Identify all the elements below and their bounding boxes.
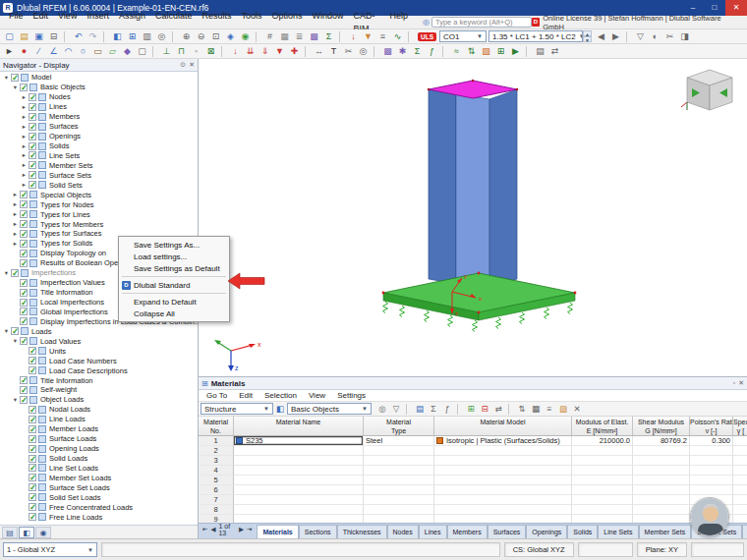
surface-support-icon[interactable]: ⊠ (203, 44, 218, 58)
cell[interactable] (633, 485, 690, 495)
open-file-icon[interactable]: ▤ (17, 29, 31, 43)
cell[interactable] (733, 476, 747, 485)
tree-item-solid-loads[interactable]: Solid Loads (0, 454, 198, 464)
tree-item-solids[interactable]: ▸Solids (0, 141, 198, 151)
visibility-checkbox[interactable] (20, 376, 28, 384)
material-row[interactable]: 3 (199, 456, 747, 466)
table-view-mode-icon[interactable]: ▤ (413, 403, 427, 416)
cell[interactable] (434, 515, 572, 523)
visibility-checkbox[interactable] (29, 513, 36, 521)
table-tab-members[interactable]: Members (447, 525, 488, 538)
insert-row-icon[interactable]: ⊞ (464, 403, 478, 416)
expand-arrow-icon[interactable]: ▸ (11, 191, 20, 198)
visibility-checkbox[interactable] (29, 455, 36, 463)
tree-item-line-loads[interactable]: Line Loads (0, 415, 198, 424)
tree-item-line-set-loads[interactable]: Line Set Loads (0, 464, 198, 474)
expand-arrow-icon[interactable]: ▸ (20, 93, 29, 101)
visibility-checkbox[interactable] (20, 259, 28, 267)
tree-item-members[interactable]: ▸Members (0, 112, 198, 122)
previous-load-case-icon[interactable]: ◀ (594, 29, 608, 43)
new-surface-icon[interactable]: ▱ (105, 44, 120, 58)
visibility-checkbox[interactable] (20, 289, 28, 297)
tree-item-load-case-numbers[interactable]: Load Case Numbers (0, 356, 198, 365)
guidelines-icon[interactable]: ≣ (292, 29, 307, 43)
nodal-load-toolbar-icon[interactable]: ↓ (346, 29, 361, 43)
visibility-checkbox[interactable] (20, 337, 28, 345)
cell[interactable]: 4 (199, 466, 234, 476)
cell[interactable] (733, 466, 747, 476)
context-menu-item-dlubal-standard[interactable]: DDlubal Standard (119, 279, 229, 291)
cell[interactable] (364, 466, 434, 476)
visibility-checkbox[interactable] (20, 230, 28, 238)
visibility-checkbox[interactable] (29, 357, 36, 364)
support-contact-avatar[interactable] (690, 497, 729, 536)
cell[interactable]: 5 (199, 476, 234, 485)
show-results-icon[interactable]: ∿ (390, 29, 405, 43)
visibility-checkbox[interactable] (29, 366, 36, 374)
cell[interactable]: 6 (199, 485, 234, 495)
cell[interactable]: 8 (199, 505, 234, 515)
visibility-checkbox[interactable] (29, 142, 36, 150)
visibility-checkbox[interactable] (20, 250, 28, 257)
tree-item-free-concentrated-loads[interactable]: Free Concentrated Loads (0, 502, 198, 512)
nodal-load-icon[interactable]: ↓ (228, 44, 243, 58)
visibility-checkbox[interactable] (29, 425, 36, 433)
navigator-toggle-icon[interactable]: ◧ (110, 29, 125, 43)
cell[interactable] (633, 466, 690, 476)
table-sum-icon[interactable]: Σ (427, 403, 440, 416)
tree-item-special-objects[interactable]: ▸Special Objects (0, 190, 198, 199)
visibility-checkbox[interactable] (29, 416, 36, 423)
expand-arrow-icon[interactable]: ▸ (20, 171, 29, 179)
cell[interactable]: 3 (199, 456, 234, 466)
new-node-icon[interactable]: ● (17, 44, 31, 58)
zoom-window-icon[interactable]: ⊡ (208, 29, 223, 43)
material-row[interactable]: 1S235SteelIsotropic | Plastic (Surfaces/… (199, 436, 747, 446)
expand-arrow-icon[interactable]: ▸ (20, 123, 29, 131)
load-combinations-icon[interactable]: ≡ (375, 29, 390, 43)
expand-arrow-icon[interactable]: ▸ (11, 230, 20, 238)
table-filter-icon[interactable]: ▽ (389, 403, 403, 416)
calculate-all-icon[interactable]: Σ (321, 29, 336, 43)
visibility-checkbox[interactable] (29, 435, 36, 443)
materials-menu-settings[interactable]: Settings (331, 389, 372, 402)
context-menu-item-load-settings[interactable]: Load settings... (119, 251, 229, 262)
expand-arrow-icon[interactable]: ▾ (2, 327, 11, 335)
visibility-checkbox[interactable] (29, 123, 36, 131)
visibility-checkbox[interactable] (29, 493, 36, 501)
cell[interactable] (572, 456, 633, 466)
cell[interactable] (633, 515, 690, 523)
structure-filter-icon[interactable]: ◧ (273, 403, 287, 416)
load-case-combo[interactable]: CO1▼ (439, 30, 487, 42)
tree-item-object-loads[interactable]: ▾Object Loads (0, 395, 198, 405)
export-data-icon[interactable]: ⇄ (547, 44, 562, 58)
expand-arrow-icon[interactable]: ▸ (20, 142, 29, 150)
visibility-checkbox[interactable] (20, 396, 28, 404)
cell[interactable] (733, 456, 747, 466)
clipping-planes-icon[interactable]: ✂ (662, 29, 677, 43)
context-menu-item-collapse-all[interactable]: Collapse All (119, 308, 229, 319)
results-forces-icon[interactable]: ⇅ (464, 44, 479, 58)
nodal-support-icon[interactable]: ⊥ (159, 44, 174, 58)
redo-icon[interactable]: ↷ (86, 29, 100, 43)
expand-arrow-icon[interactable]: ▸ (20, 133, 29, 140)
cell[interactable] (434, 466, 572, 476)
cell[interactable] (234, 466, 364, 476)
expand-arrow-icon[interactable]: ▸ (20, 103, 29, 111)
tree-item-nodal-loads[interactable]: Nodal Loads (0, 405, 198, 415)
table-color-scale-icon[interactable]: ▨ (556, 403, 570, 416)
expand-arrow-icon[interactable]: ▾ (11, 84, 20, 91)
model-canvas[interactable]: x y z x z (199, 59, 747, 376)
materials-menu-view[interactable]: View (303, 389, 331, 402)
text-comment-icon[interactable]: T (326, 44, 341, 58)
visibility-checkbox[interactable] (29, 161, 36, 169)
load-cases-icon[interactable]: ▼ (361, 29, 375, 43)
material-row[interactable]: 9 (199, 515, 747, 523)
expand-arrow-icon[interactable]: ▸ (20, 181, 29, 189)
expand-arrow-icon[interactable]: ▸ (11, 220, 20, 228)
render-mode-icon[interactable]: ◉ (238, 29, 253, 43)
tree-item-lines[interactable]: ▸Lines (0, 102, 198, 112)
visibility-checkbox[interactable] (29, 133, 36, 140)
material-row[interactable]: 4 (199, 466, 747, 476)
last-table-button[interactable]: ⇥ (247, 526, 252, 533)
cell[interactable] (434, 456, 572, 466)
